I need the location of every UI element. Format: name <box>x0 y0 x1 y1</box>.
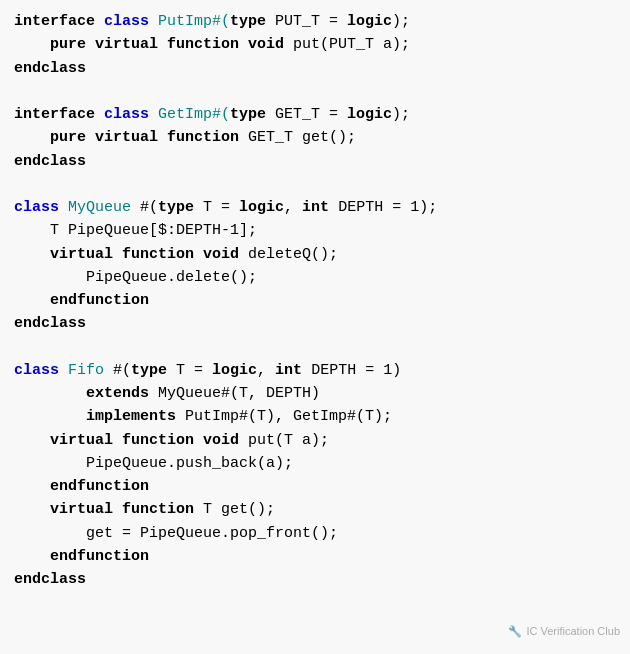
class-name-getimp: GetImp#( <box>158 106 230 123</box>
paren-close-2: ); <box>392 106 410 123</box>
kw-logic-3: logic <box>239 199 284 216</box>
hash-paren: #( <box>140 199 158 216</box>
code-line-18: endfunction <box>14 475 616 498</box>
class-name-putimp: PutImp#( <box>158 13 230 30</box>
extends-myqueue: MyQueue#(T, DEPTH) <box>158 385 320 402</box>
code-line-9: virtual function void deleteQ(); <box>14 243 616 266</box>
kw-endfunction-2: endfunction <box>50 478 149 495</box>
indent-16 <box>14 432 50 449</box>
indent-19 <box>14 501 50 518</box>
kw-logic: logic <box>347 13 392 30</box>
code-line-21: endfunction <box>14 545 616 568</box>
code-line-22: endclass <box>14 568 616 591</box>
code-line-1: interface class PutImp#(type PUT_T = log… <box>14 10 616 33</box>
pipequeue-decl: T PipeQueue[$:DEPTH-1]; <box>14 222 257 239</box>
kw-int: int <box>302 199 338 216</box>
empty-2 <box>14 173 616 196</box>
code-line-12: endclass <box>14 312 616 335</box>
kw-endclass-4: endclass <box>14 571 86 588</box>
paren-close-1: ); <box>392 13 410 30</box>
method-put: put(PUT_T a); <box>293 36 410 53</box>
kw-class: class <box>104 13 158 30</box>
kw-type-2: type <box>230 106 275 123</box>
kw-class-4: class <box>14 362 68 379</box>
code-line-14: extends MyQueue#(T, DEPTH) <box>14 382 616 405</box>
param-get-t: GET_T = <box>275 106 347 123</box>
kw-function-2: function <box>167 129 248 146</box>
pipequeue-push: PipeQueue.push_back(a); <box>14 455 293 472</box>
code-line-16: virtual function void put(T a); <box>14 429 616 452</box>
indent-2 <box>14 36 50 53</box>
kw-type-4: type <box>131 362 176 379</box>
get-pop-front: get = PipeQueue.pop_front(); <box>14 525 338 542</box>
indent-21 <box>14 548 50 565</box>
indent-14 <box>14 385 86 402</box>
method-put-2: put(T a); <box>248 432 329 449</box>
param-t: T = <box>203 199 239 216</box>
kw-void-3: void <box>203 246 248 263</box>
kw-endclass-3: endclass <box>14 315 86 332</box>
kw-void-4: void <box>203 432 248 449</box>
kw-void: void <box>248 36 293 53</box>
kw-endclass-1: endclass <box>14 60 86 77</box>
kw-endfunction-3: endfunction <box>50 548 149 565</box>
kw-class-2: class <box>104 106 158 123</box>
code-container: interface class PutImp#(type PUT_T = log… <box>0 0 630 654</box>
code-line-8: T PipeQueue[$:DEPTH-1]; <box>14 219 616 242</box>
kw-pure: pure <box>50 36 95 53</box>
indent-15 <box>14 408 86 425</box>
hash-paren-2: #( <box>113 362 131 379</box>
indent-9 <box>14 246 50 263</box>
watermark: 🔧 IC Verification Club <box>508 623 620 640</box>
kw-virtual-4: virtual <box>50 432 122 449</box>
code-line-10: PipeQueue.delete(); <box>14 266 616 289</box>
method-get: GET_T get(); <box>248 129 356 146</box>
code-line-11: endfunction <box>14 289 616 312</box>
kw-logic-4: logic <box>212 362 257 379</box>
implements-list: PutImp#(T), GetImp#(T); <box>185 408 392 425</box>
method-get-2: T get(); <box>203 501 275 518</box>
kw-interface-2: interface <box>14 106 104 123</box>
class-name-myqueue: MyQueue <box>68 199 140 216</box>
kw-function: function <box>167 36 248 53</box>
code-line-7: class MyQueue #(type T = logic, int DEPT… <box>14 196 616 219</box>
kw-function-3: function <box>122 246 203 263</box>
code-line-19: virtual function T get(); <box>14 498 616 521</box>
code-line-3: endclass <box>14 57 616 80</box>
depth-param: DEPTH = 1); <box>338 199 437 216</box>
param-put-t: PUT_T = <box>275 13 347 30</box>
kw-endfunction-1: endfunction <box>50 292 149 309</box>
watermark-icon: 🔧 <box>508 623 522 640</box>
comma-4: , <box>257 362 275 379</box>
code-line-5: pure virtual function GET_T get(); <box>14 126 616 149</box>
comma-3: , <box>284 199 302 216</box>
code-line-13: class Fifo #(type T = logic, int DEPTH =… <box>14 359 616 382</box>
depth-param-2: DEPTH = 1) <box>311 362 401 379</box>
code-line-20: get = PipeQueue.pop_front(); <box>14 522 616 545</box>
kw-endclass-2: endclass <box>14 153 86 170</box>
empty-3 <box>14 336 616 359</box>
watermark-text: IC Verification Club <box>526 623 620 640</box>
kw-int-2: int <box>275 362 311 379</box>
kw-virtual-2: virtual <box>95 129 167 146</box>
kw-type-3: type <box>158 199 203 216</box>
kw-virtual: virtual <box>95 36 167 53</box>
kw-type: type <box>230 13 275 30</box>
kw-pure-2: pure <box>50 129 95 146</box>
code-line-17: PipeQueue.push_back(a); <box>14 452 616 475</box>
indent-18 <box>14 478 50 495</box>
kw-virtual-5: virtual <box>50 501 122 518</box>
code-line-15: implements PutImp#(T), GetImp#(T); <box>14 405 616 428</box>
kw-function-4: function <box>122 432 203 449</box>
kw-virtual-3: virtual <box>50 246 122 263</box>
method-deleteq: deleteQ(); <box>248 246 338 263</box>
kw-logic-2: logic <box>347 106 392 123</box>
kw-interface: interface <box>14 13 104 30</box>
code-line-2: pure virtual function void put(PUT_T a); <box>14 33 616 56</box>
pipequeue-delete: PipeQueue.delete(); <box>14 269 257 286</box>
code-line-4: interface class GetImp#(type GET_T = log… <box>14 103 616 126</box>
indent-11 <box>14 292 50 309</box>
kw-class-3: class <box>14 199 68 216</box>
class-name-fifo: Fifo <box>68 362 113 379</box>
code-line-6: endclass <box>14 150 616 173</box>
